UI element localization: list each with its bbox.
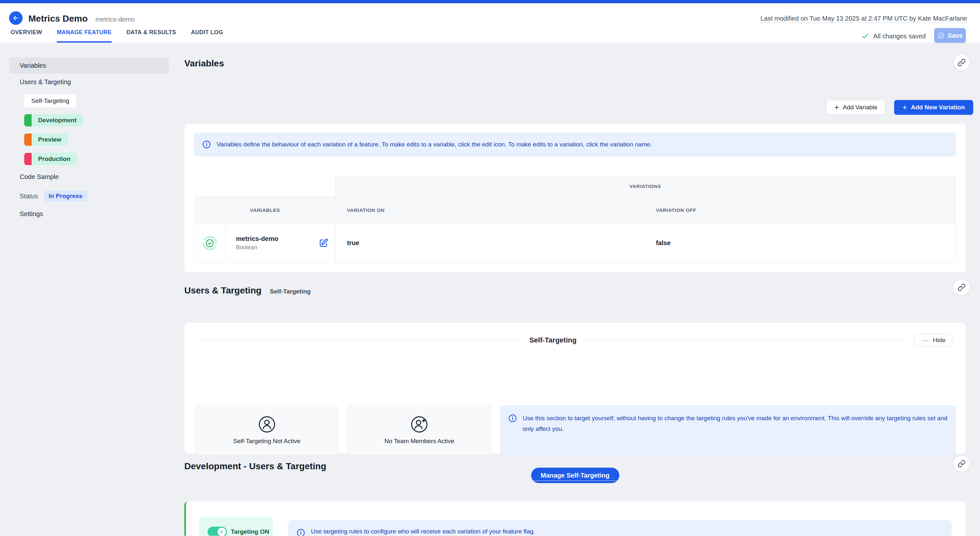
variation-on-value[interactable]: true — [336, 224, 644, 262]
tab-bar: OVERVIEW MANAGE FEATURE DATA & RESULTS A… — [11, 29, 223, 43]
check-icon: ✓ — [220, 529, 224, 535]
user-add-icon — [410, 416, 428, 433]
plus-icon: + — [834, 103, 839, 111]
targeting-status-box: ✓ Targeting ON — [199, 517, 273, 536]
page-title: Metrics Demo — [29, 14, 88, 24]
content-area: Variables Users & Targeting Self-Targeti… — [0, 43, 980, 536]
env-label: Production — [32, 153, 77, 165]
table-group-header-row: VARIATIONS — [194, 176, 955, 197]
self-targeting-panel-title: Self-Targeting — [520, 336, 585, 344]
app-root: Metrics Demo metrics-demo Last modified … — [0, 0, 980, 536]
sidebar-item-settings[interactable]: Settings — [20, 210, 43, 218]
sidebar-item-env-development[interactable]: Development — [24, 114, 83, 127]
link-icon — [958, 283, 966, 292]
env-color-swatch-development — [24, 114, 32, 127]
variation-off-value[interactable]: false — [644, 224, 955, 262]
sidebar-item-env-production[interactable]: Production — [24, 153, 77, 165]
column-header-variation-off: VARIATION OFF — [644, 197, 955, 224]
last-modified-text: Last modified on Tue May 13 2025 at 2:47… — [760, 15, 967, 22]
toggle-knob: ✓ — [218, 528, 226, 536]
team-members-status-card: No Team Members Active — [347, 405, 491, 455]
variable-name: metrics-demo — [236, 235, 278, 243]
variable-name-block: metrics-demo Boolean — [236, 235, 278, 251]
targeting-info-banner: Use targeting rules to configure who wil… — [288, 520, 951, 536]
plus-icon: + — [902, 103, 907, 111]
variable-name-cell: metrics-demo Boolean — [225, 224, 336, 262]
add-new-variation-button[interactable]: + Add New Variation — [894, 100, 973, 115]
tab-overview[interactable]: OVERVIEW — [11, 29, 42, 43]
minus-icon: — — [922, 337, 928, 344]
sidebar-status-row: Status In Progress — [20, 190, 87, 201]
targeting-info-text: Use targeting rules to configure who wil… — [311, 528, 535, 535]
add-new-variation-label: Add New Variation — [911, 104, 965, 111]
section-divider — [184, 308, 967, 308]
save-button[interactable]: Save — [934, 28, 966, 43]
tab-manage-feature[interactable]: MANAGE FEATURE — [57, 29, 112, 43]
variables-info-text: Variables define the behaviour of each v… — [216, 141, 652, 148]
info-icon — [297, 528, 305, 536]
env-color-swatch-preview — [24, 133, 32, 146]
section-divider — [184, 79, 967, 80]
users-targeting-header: Users & Targeting Self-Targeting — [184, 285, 310, 296]
sidebar-item-variables[interactable]: Variables — [10, 57, 169, 73]
variables-info-banner: Variables define the behaviour of each v… — [194, 133, 956, 156]
targeting-toggle-label: Targeting ON — [231, 526, 269, 536]
user-icon — [258, 416, 276, 433]
info-icon — [508, 413, 517, 422]
self-targeting-info-banner: Use this section to target yourself, wit… — [500, 405, 956, 455]
tab-audit-log[interactable]: AUDIT LOG — [191, 29, 223, 43]
sidebar-item-users-targeting[interactable]: Users & Targeting — [20, 78, 71, 86]
table-row: metrics-demo Boolean true false — [194, 224, 955, 262]
self-targeting-info-text: Use this section to target yourself, wit… — [523, 413, 948, 434]
top-accent-bar — [0, 0, 980, 3]
sidebar-item-env-preview[interactable]: Preview — [24, 133, 68, 146]
variables-section-title: Variables — [184, 59, 224, 69]
sidebar-item-label: Variables — [20, 62, 46, 69]
sidebar-item-code-sample[interactable]: Code Sample — [20, 173, 59, 181]
save-button-label: Save — [948, 32, 963, 40]
self-targeting-panel-divider: Self-Targeting — [196, 334, 910, 347]
title-row: Metrics Demo metrics-demo — [29, 14, 135, 24]
arrow-left-icon — [12, 14, 19, 22]
feature-key: metrics-demo — [95, 16, 135, 23]
table-header-row: VARIABLES VARIATION ON VARIATION OFF — [194, 197, 955, 224]
team-members-status-label: No Team Members Active — [385, 438, 454, 445]
variable-status-icon — [202, 236, 217, 251]
variable-type: Boolean — [236, 244, 278, 251]
self-targeting-status-label: Self-Targeting Not Active — [233, 438, 300, 445]
save-status-text: All changes saved — [873, 33, 926, 40]
status-label: Status — [20, 192, 38, 200]
sidebar-item-self-targeting[interactable]: Self-Targeting — [24, 95, 76, 108]
check-icon — [861, 32, 869, 40]
users-targeting-link-button[interactable] — [953, 279, 970, 295]
save-status: All changes saved — [861, 32, 926, 40]
circle-check-icon — [937, 32, 945, 39]
hide-button[interactable]: — Hide — [914, 334, 953, 347]
back-button[interactable] — [9, 11, 22, 25]
env-color-swatch-production — [24, 153, 32, 165]
variables-card: Variables define the behaviour of each v… — [184, 124, 966, 273]
table-header-spacer — [194, 176, 336, 197]
link-icon — [958, 59, 966, 67]
self-targeting-status-card: Self-Targeting Not Active — [195, 405, 339, 455]
development-section-link-button[interactable] — [953, 456, 970, 472]
status-badge[interactable]: In Progress — [44, 190, 88, 201]
add-variable-button[interactable]: + Add Variable — [826, 100, 885, 115]
self-targeting-card: Self-Targeting — Hide Self-Targeting Not… — [184, 323, 966, 454]
column-header-variation-on: VARIATION ON — [336, 197, 644, 224]
variables-table: VARIATIONS VARIABLES VARIATION ON VARIAT… — [194, 176, 955, 262]
feature-header: Metrics Demo metrics-demo Last modified … — [0, 3, 980, 43]
variable-type-cell — [194, 224, 225, 262]
edit-variable-button[interactable] — [318, 238, 328, 248]
users-targeting-subtitle: Self-Targeting — [270, 288, 310, 295]
section-divider — [184, 480, 967, 481]
tab-data-results[interactable]: DATA & RESULTS — [127, 29, 176, 43]
column-header-variables: VARIABLES — [194, 197, 336, 224]
targeting-toggle[interactable]: ✓ — [208, 526, 227, 536]
edit-pencil-icon — [318, 238, 328, 248]
link-icon — [958, 460, 966, 468]
variables-section-link-button[interactable] — [953, 54, 970, 71]
hide-button-label: Hide — [933, 337, 945, 344]
users-targeting-title: Users & Targeting — [184, 285, 261, 296]
env-label: Preview — [32, 133, 68, 146]
